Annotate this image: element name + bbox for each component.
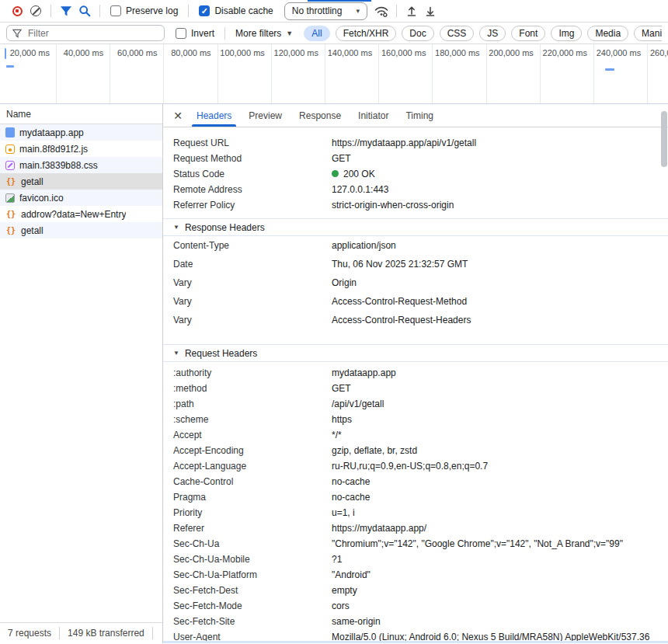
filter-input[interactable] bbox=[26, 27, 158, 40]
timeline-gridline bbox=[378, 44, 379, 103]
tab-response[interactable]: Response bbox=[291, 104, 350, 127]
filter-chip-css[interactable]: CSS bbox=[440, 26, 475, 41]
header-row: :methodGET bbox=[163, 381, 668, 396]
tab-timing[interactable]: Timing bbox=[397, 104, 442, 127]
header-row: Request MethodGET bbox=[163, 151, 668, 166]
response-headers-section-header[interactable]: ▼ Response Headers bbox=[163, 218, 668, 236]
header-row: Sec-Fetch-Sitesame-origin bbox=[163, 614, 668, 629]
request-row[interactable]: addrow?data=New+Entry bbox=[0, 206, 162, 222]
filter-input-box[interactable] bbox=[6, 25, 165, 41]
request-row[interactable]: main.8f8d91f2.js bbox=[0, 141, 162, 157]
preserve-log-checkbox[interactable] bbox=[110, 5, 121, 16]
response-headers-title: Response Headers bbox=[185, 222, 265, 233]
throttling-value: No throttling bbox=[292, 5, 343, 16]
record-button[interactable] bbox=[8, 2, 26, 20]
download-icon bbox=[424, 5, 437, 17]
throttling-select[interactable]: No throttling ▾ bbox=[284, 2, 367, 20]
request-name: getall bbox=[21, 176, 43, 187]
filter-toggle-button[interactable] bbox=[57, 2, 75, 20]
header-value: no-cache bbox=[332, 492, 668, 503]
headers-content: Request URLhttps://mydataapp.app/api/v1/… bbox=[163, 128, 668, 643]
header-name: Vary bbox=[173, 296, 332, 307]
request-name: addrow?data=New+Entry bbox=[21, 209, 126, 220]
timeline-gridline bbox=[56, 44, 57, 103]
header-name: Priority bbox=[173, 507, 332, 518]
filter-chip-media[interactable]: Media bbox=[587, 26, 628, 41]
disable-cache-toggle[interactable]: Disable cache bbox=[199, 5, 273, 16]
status-ok-dot bbox=[332, 170, 339, 177]
header-name: Remote Address bbox=[173, 184, 332, 195]
vertical-scrollbar[interactable] bbox=[661, 111, 667, 167]
divider bbox=[396, 5, 397, 17]
timeline-gridline bbox=[271, 44, 272, 103]
filter-chip-js[interactable]: JS bbox=[479, 26, 506, 41]
request-row[interactable]: main.f3839b88.css bbox=[0, 157, 162, 173]
request-name: main.f3839b88.css bbox=[19, 160, 98, 171]
request-name: main.8f8d91f2.js bbox=[19, 144, 88, 155]
header-name: Sec-Fetch-Mode bbox=[173, 600, 332, 611]
header-value: Origin bbox=[332, 277, 668, 288]
disable-cache-checkbox[interactable] bbox=[199, 5, 210, 16]
funnel-icon bbox=[12, 29, 22, 38]
clear-log-button[interactable] bbox=[26, 2, 45, 20]
import-har-button[interactable] bbox=[402, 2, 421, 20]
header-row: VaryAccess-Control-Request-Method bbox=[163, 292, 668, 311]
filter-chip-manifest[interactable]: Manifest bbox=[634, 26, 662, 41]
chevron-down-icon: ▼ bbox=[286, 30, 293, 37]
bottom-highlight-strip bbox=[163, 641, 668, 643]
timeline-tick-label: 80,000 ms bbox=[171, 48, 210, 57]
record-icon bbox=[12, 6, 23, 16]
request-headers-section-header[interactable]: ▼ Request Headers bbox=[163, 344, 668, 362]
header-value: same-origin bbox=[332, 616, 668, 627]
header-name: Cache-Control bbox=[173, 476, 332, 487]
header-name: :path bbox=[173, 399, 332, 409]
timeline-tick-label: 60,000 ms bbox=[117, 48, 157, 57]
response-headers-section: Content-Typeapplication/jsonDateThu, 06 … bbox=[163, 236, 668, 339]
filter-chip-fetchxhr[interactable]: Fetch/XHR bbox=[336, 26, 397, 41]
header-value: "Chromium";v="142", "Google Chrome";v="1… bbox=[332, 538, 668, 549]
network-conditions-button[interactable] bbox=[372, 2, 391, 20]
tab-headers[interactable]: Headers bbox=[188, 104, 240, 127]
timeline-gridline bbox=[432, 44, 433, 103]
timeline-gridline bbox=[217, 44, 218, 103]
network-toolbar: Preserve log Disable cache No throttling… bbox=[0, 0, 668, 23]
export-har-button[interactable] bbox=[421, 2, 440, 20]
invert-toggle[interactable]: Invert bbox=[176, 28, 214, 39]
header-value: cors bbox=[332, 600, 668, 611]
preserve-log-toggle[interactable]: Preserve log bbox=[110, 5, 178, 16]
name-column-header[interactable]: Name bbox=[0, 104, 162, 124]
close-details-button[interactable]: ✕ bbox=[168, 110, 188, 122]
filter-chip-doc[interactable]: Doc bbox=[402, 26, 433, 41]
invert-label: Invert bbox=[191, 28, 214, 39]
request-row[interactable]: favicon.ico bbox=[0, 190, 162, 206]
disclosure-triangle-icon: ▼ bbox=[173, 350, 179, 357]
header-row: :path/api/v1/getall bbox=[163, 396, 668, 412]
request-row[interactable]: getall bbox=[0, 173, 162, 190]
header-row: Cache-Controlno-cache bbox=[163, 474, 668, 489]
filter-chip-font[interactable]: Font bbox=[511, 26, 545, 41]
fetch-icon bbox=[5, 176, 16, 187]
header-row: Sec-Ch-Ua-Platform"Android" bbox=[163, 567, 668, 583]
requests-panel: Name mydataapp.appmain.8f8d91f2.jsmain.f… bbox=[0, 104, 163, 643]
request-row[interactable]: getall bbox=[0, 222, 162, 238]
filter-chip-all[interactable]: All bbox=[304, 26, 329, 41]
filter-chip-img[interactable]: Img bbox=[551, 26, 582, 41]
header-name: Sec-Ch-Ua-Platform bbox=[173, 569, 332, 580]
invert-checkbox[interactable] bbox=[176, 28, 186, 39]
timeline-tick-label: 120,000 ms bbox=[274, 48, 318, 57]
request-row[interactable]: mydataapp.app bbox=[0, 124, 162, 141]
header-row: Sec-Fetch-Destempty bbox=[163, 583, 668, 598]
request-name: favicon.ico bbox=[19, 193, 64, 204]
tab-initiator[interactable]: Initiator bbox=[350, 104, 397, 127]
timeline-overview[interactable]: 20,000 ms40,000 ms60,000 ms80,000 ms100,… bbox=[0, 44, 668, 104]
header-value: Access-Control-Request-Method bbox=[332, 296, 668, 307]
tab-preview[interactable]: Preview bbox=[240, 104, 291, 127]
timeline-tick-label: 200,000 ms bbox=[489, 48, 533, 57]
header-row: Pragmano-cache bbox=[163, 489, 668, 505]
more-filters-dropdown[interactable]: More filters ▼ bbox=[235, 28, 293, 39]
disclosure-triangle-icon: ▼ bbox=[173, 224, 179, 231]
search-button[interactable] bbox=[75, 2, 94, 20]
header-row: Content-Typeapplication/json bbox=[163, 236, 668, 255]
header-row: Referrer Policystrict-origin-when-cross-… bbox=[163, 197, 668, 213]
header-name: Sec-Ch-Ua-Mobile bbox=[173, 554, 332, 565]
